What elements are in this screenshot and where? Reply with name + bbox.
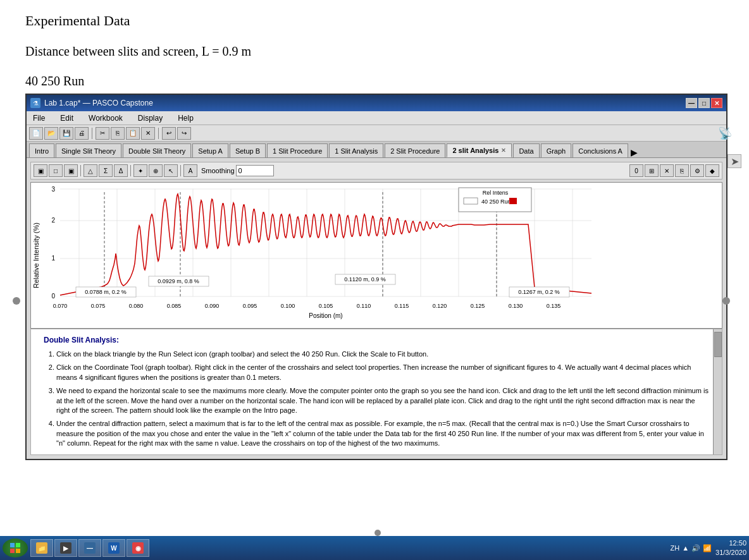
graph-run-select[interactable]: 0 — [629, 164, 643, 177]
pasco-app-icon: ⚗ — [30, 98, 40, 108]
graph-svg-wrapper: Relative Intensity (%) — [30, 182, 722, 329]
start-button[interactable] — [3, 539, 28, 557]
taskbar-app-minimize-all[interactable]: — — [78, 539, 101, 557]
toolbar-paste[interactable]: 📋 — [126, 127, 140, 140]
analysis-step-2: Click on the Coordinate Tool (graph tool… — [56, 363, 709, 382]
graph-copy-data[interactable]: ⎘ — [675, 164, 689, 177]
graph-select-btn[interactable]: ▣ — [34, 164, 47, 177]
scroll-indicator[interactable] — [713, 329, 722, 454]
run-label: 40 250 Run — [25, 74, 724, 88]
graph-delete-data[interactable]: ✕ — [660, 164, 674, 177]
graph-toolbar-sep2 — [130, 165, 131, 176]
svg-text:3: 3 — [51, 186, 55, 193]
menu-edit[interactable]: Edit — [56, 113, 77, 124]
svg-text:0.070: 0.070 — [53, 303, 68, 309]
toolbar-copy[interactable]: ⎘ — [111, 127, 125, 140]
clock-date: 31/3/2020 — [715, 548, 746, 557]
svg-rect-58 — [10, 549, 15, 553]
graph-delta-btn[interactable]: Δ — [114, 164, 128, 177]
chrome-icon: ◉ — [132, 542, 144, 554]
tab-2-slit-procedure[interactable]: 2 Slit Procedure — [385, 143, 445, 157]
tab-intro[interactable]: Intro — [29, 143, 54, 157]
clock-time: 12:50 — [715, 539, 746, 548]
tab-data[interactable]: Data — [513, 143, 539, 157]
tab-2-slit-analysis[interactable]: 2 slit Analysis✕ — [447, 143, 512, 157]
taskbar-app-word[interactable]: W — [102, 539, 125, 557]
analysis-step-4: Under the central diffraction pattern, s… — [56, 419, 709, 448]
graph-arrow-btn[interactable]: ↖ — [164, 164, 178, 177]
taskbar-clock[interactable]: 12:50 31/3/2020 — [715, 539, 746, 558]
taskbar-apps: 📁 ▶ — W ◉ — [30, 539, 149, 557]
toolbar-redo[interactable]: ↪ — [177, 127, 191, 140]
svg-text:1: 1 — [51, 255, 55, 262]
tab-setup-a[interactable]: Setup A — [192, 143, 228, 157]
graph-triangle-up[interactable]: △ — [84, 164, 97, 177]
graph-box-btn[interactable]: □ — [49, 164, 63, 177]
antenna-icon: 📡 — [718, 126, 732, 140]
taskbar-app-chrome[interactable]: ◉ — [127, 539, 149, 557]
graph-main: 0 1 2 3 0.070 0.075 0.080 0.085 0.090 0.… — [41, 183, 722, 328]
maximize-button[interactable]: □ — [698, 98, 710, 108]
toolbar-print[interactable]: 🖨 — [75, 127, 89, 140]
titlebar-controls[interactable]: — □ ✕ — [686, 98, 722, 108]
toolbar-open[interactable]: 📂 — [44, 127, 58, 140]
minimize-all-icon: — — [84, 542, 96, 554]
toolbar-save[interactable]: 💾 — [59, 127, 73, 140]
graph-scale-fit[interactable]: ⊞ — [645, 164, 659, 177]
distance-line: Distance between slits and screen, L = 0… — [25, 44, 724, 59]
graph-settings[interactable]: ⚙ — [690, 164, 704, 177]
smoothing-input[interactable] — [236, 165, 274, 176]
toolbar-undo[interactable]: ↩ — [162, 127, 176, 140]
svg-text:0.115: 0.115 — [395, 303, 409, 309]
graph-crosshair-btn[interactable]: ⊕ — [149, 164, 163, 177]
menu-help[interactable]: Help — [174, 113, 197, 124]
bottom-circle — [374, 530, 381, 536]
analysis-step-3: We need to expand the horizontal scale t… — [56, 386, 709, 415]
toolbar-new[interactable]: 📄 — [29, 127, 43, 140]
svg-text:0: 0 — [51, 293, 55, 300]
menu-display[interactable]: Display — [134, 113, 166, 124]
tab-close-icon[interactable]: ✕ — [501, 147, 506, 154]
left-handle-circle — [13, 297, 20, 305]
tab-1-slit-procedure[interactable]: 1 Slit Procedure — [267, 143, 328, 157]
tab-graph[interactable]: Graph — [541, 143, 572, 157]
graph-label-btn[interactable]: A — [183, 164, 197, 177]
toolbar-cut[interactable]: ✂ — [96, 127, 109, 140]
svg-text:0.0788 m, 0.2 %: 0.0788 m, 0.2 % — [85, 289, 127, 295]
tab-setup-b[interactable]: Setup B — [230, 143, 266, 157]
menu-workbook[interactable]: Workbook — [85, 113, 127, 124]
svg-text:0.120: 0.120 — [433, 303, 447, 309]
menu-file[interactable]: File — [29, 113, 49, 124]
graph-toolbar-sep1 — [80, 165, 81, 176]
taskbar-app-media[interactable]: ▶ — [54, 539, 77, 557]
right-scroll-icon[interactable]: ➤ — [727, 154, 741, 168]
svg-text:0.085: 0.085 — [167, 303, 182, 309]
graph-more[interactable]: ◆ — [705, 164, 719, 177]
minimize-button[interactable]: — — [686, 98, 697, 108]
svg-rect-57 — [16, 543, 20, 547]
windows-taskbar: 📁 ▶ — W ◉ ZH ▲ 🔊 📶 12:50 31/3/2020 — [0, 536, 749, 560]
graph-move-btn[interactable]: ✦ — [133, 164, 147, 177]
tab-conclusions-a[interactable]: Conclusions A — [573, 143, 628, 157]
content-panel: Double Slit Analysis: Click on the black… — [30, 329, 722, 455]
scroll-thumb[interactable] — [714, 332, 722, 357]
graph-svg: 0 1 2 3 0.070 0.075 0.080 0.085 0.090 0.… — [41, 183, 610, 328]
pasco-title: Lab 1.cap* — PASCO Capstone — [44, 99, 153, 107]
svg-text:Position (m): Position (m) — [309, 312, 342, 319]
toolbar-delete[interactable]: ✕ — [141, 127, 155, 140]
taskbar-app-folder[interactable]: 📁 — [30, 539, 53, 557]
graph-sigma-btn[interactable]: Σ — [99, 164, 113, 177]
svg-text:0.130: 0.130 — [509, 303, 523, 309]
windows-logo-icon — [9, 542, 22, 554]
tab-1-slit-analysis[interactable]: 1 Slit Analysis — [329, 143, 383, 157]
svg-text:0.125: 0.125 — [471, 303, 485, 309]
page-content: Experimental Data Distance between slits… — [0, 0, 749, 473]
svg-rect-56 — [10, 543, 15, 547]
tabs-scroll-right[interactable]: ▶ — [631, 147, 638, 157]
tab-single-slit-theory[interactable]: Single Slit Theory — [56, 143, 121, 157]
graph-zoom-btn[interactable]: ▣ — [64, 164, 78, 177]
tab-double-slit-theory[interactable]: Double Slit Theory — [123, 143, 191, 157]
close-button[interactable]: ✕ — [711, 98, 722, 108]
analysis-step-1: Click on the black triangle by the Run S… — [56, 350, 709, 359]
page-title: Experimental Data — [25, 13, 724, 29]
